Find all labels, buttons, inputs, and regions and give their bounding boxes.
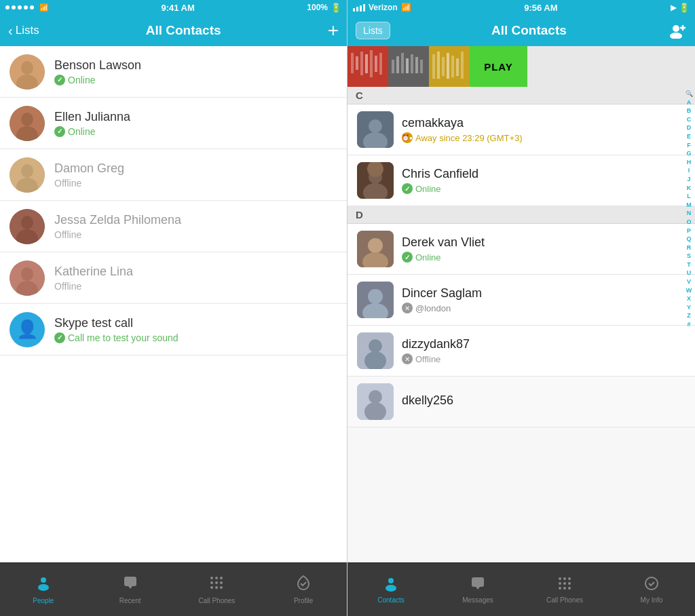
chris-status-text: Online [415, 184, 441, 194]
alpha-A[interactable]: A [683, 98, 695, 107]
svg-rect-51 [442, 57, 445, 76]
svg-point-84 [568, 582, 571, 585]
recent-tab-label: Recent [119, 597, 141, 604]
album-art-3-svg [429, 46, 470, 87]
alpha-S[interactable]: S [683, 252, 695, 261]
left-nav-title: All Contacts [146, 23, 221, 38]
recent-icon [122, 575, 138, 595]
chris-avatar-svg [357, 162, 394, 199]
tab-profile[interactable]: Profile [260, 563, 347, 616]
contact-item-chris[interactable]: Chris Canfield Online [348, 155, 695, 206]
contact-item-katherine[interactable]: Katherine Lina Offline [0, 252, 347, 304]
left-time: 9:41 AM [161, 3, 194, 13]
signal-dot-5 [30, 5, 34, 9]
contact-item-benson[interactable]: Benson Lawson Online [0, 46, 347, 98]
alpha-G[interactable]: G [683, 149, 695, 158]
people-tab-label: People [33, 597, 54, 604]
alpha-K[interactable]: K [683, 184, 695, 193]
battery-percent: 100% [307, 3, 328, 12]
contact-item-jessa[interactable]: Jessa Zelda Philomena Offline [0, 201, 347, 252]
messages-tab-label: Messages [462, 596, 493, 604]
alpha-E[interactable]: E [683, 132, 695, 141]
my-info-tab-label: My Info [641, 596, 663, 604]
alpha-R[interactable]: R [683, 244, 695, 252]
dkelly-name: dkelly256 [402, 393, 675, 408]
alpha-D[interactable]: D [683, 123, 695, 132]
dizzydank-avatar-svg [357, 332, 394, 369]
contact-item-derek[interactable]: Derek van Vliet Online [348, 224, 695, 275]
alpha-M[interactable]: M [683, 201, 695, 210]
alpha-T[interactable]: T [683, 261, 695, 269]
tab-contacts[interactable]: Contacts [348, 563, 434, 616]
jessa-face-svg [10, 209, 45, 244]
now-playing-bar[interactable]: PLAY [348, 46, 695, 87]
contact-item-dkelly[interactable]: dkelly256 [348, 377, 695, 427]
benson-name: Benson Lawson [54, 58, 337, 73]
avatar-dincer [357, 282, 394, 318]
contacts-icon [383, 575, 399, 594]
alpha-Y[interactable]: Y [683, 303, 695, 312]
svg-marker-78 [476, 587, 480, 590]
alpha-N[interactable]: N [683, 209, 695, 218]
svg-point-16 [38, 584, 49, 591]
call-phones-tab-label-left: Call Phones [198, 597, 235, 604]
svg-rect-54 [456, 58, 459, 76]
alpha-Q[interactable]: Q [683, 235, 695, 244]
alpha-O[interactable]: O [683, 218, 695, 227]
alpha-B[interactable]: B [683, 107, 695, 115]
add-contact-button-right[interactable] [668, 22, 687, 39]
add-contact-button[interactable]: + [328, 20, 339, 41]
svg-point-73 [369, 390, 382, 404]
alpha-L[interactable]: L [683, 192, 695, 201]
tab-call-phones-left[interactable]: Call Phones [174, 563, 261, 616]
svg-point-64 [368, 238, 383, 253]
benson-info: Benson Lawson Online [54, 58, 337, 85]
tab-messages[interactable]: Messages [434, 563, 521, 616]
alpha-F[interactable]: F [683, 141, 695, 150]
alpha-J[interactable]: J [683, 175, 695, 184]
tab-my-info[interactable]: My Info [608, 563, 695, 616]
tab-recent[interactable]: Recent [87, 563, 174, 616]
messages-icon [470, 575, 486, 594]
play-button[interactable]: PLAY [470, 46, 527, 87]
alpha-U[interactable]: U [683, 269, 695, 277]
alpha-Z[interactable]: Z [683, 311, 695, 320]
contact-item-dizzydank[interactable]: dizzydank87 ✕ Offline [348, 326, 695, 377]
contact-item-ellen[interactable]: Ellen Julianna Online [0, 98, 347, 149]
katherine-face-svg [10, 261, 45, 296]
alpha-hash[interactable]: # [683, 320, 695, 329]
dkelly-info: dkelly256 [402, 393, 675, 410]
svg-rect-36 [365, 54, 368, 73]
svg-point-15 [41, 577, 46, 583]
avatar-katherine [10, 261, 45, 296]
avatar-dizzydank [357, 332, 394, 369]
contact-item-cemakkaya[interactable]: cemakkaya ⏰ Away since 23:29 (GMT+3) [348, 104, 695, 155]
alpha-H[interactable]: H [683, 158, 695, 167]
alpha-P[interactable]: P [683, 227, 695, 235]
back-button[interactable]: ‹ Lists [8, 23, 39, 39]
alpha-search[interactable]: 🔍 [683, 90, 695, 98]
svg-point-85 [559, 587, 561, 590]
left-nav-bar: ‹ Lists All Contacts + [0, 15, 347, 46]
tab-call-phones-right[interactable]: Call Phones [521, 563, 608, 616]
dincer-blocked-icon: ✕ [402, 303, 413, 313]
contact-item-skype-test[interactable]: 👤 Skype test call Call me to test your s… [0, 304, 347, 355]
alpha-W[interactable]: W [683, 286, 695, 295]
bar3 [360, 5, 362, 12]
alpha-V[interactable]: V [683, 277, 695, 286]
dincer-info: Dincer Saglam ✕ @london [402, 286, 675, 313]
svg-point-21 [220, 577, 223, 579]
contact-item-damon[interactable]: Damon Greg Offline [0, 149, 347, 201]
left-status-bar: 📶 9:41 AM 100% 🔋 [0, 0, 347, 15]
album-art-1 [348, 46, 388, 87]
svg-rect-50 [437, 52, 440, 79]
dincer-status-text: @london [415, 303, 451, 313]
dkelly-avatar-svg [357, 383, 394, 420]
tab-people[interactable]: People [0, 563, 87, 616]
lists-button[interactable]: Lists [356, 22, 390, 39]
contact-item-dincer[interactable]: Dincer Saglam ✕ @london [348, 275, 695, 326]
alpha-I[interactable]: I [683, 166, 695, 175]
signal-dot-3 [18, 5, 22, 9]
alpha-C[interactable]: C [683, 115, 695, 124]
alpha-X[interactable]: X [683, 294, 695, 303]
